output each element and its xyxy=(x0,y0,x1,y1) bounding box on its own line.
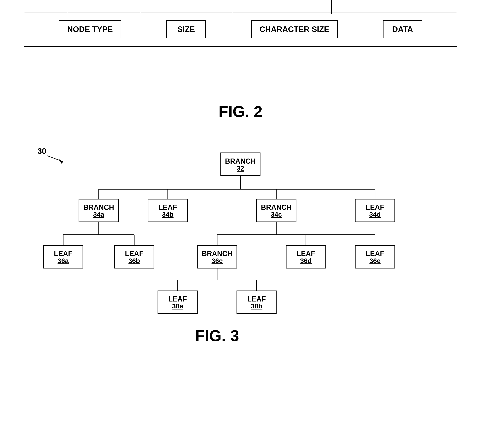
data-field: DATA xyxy=(383,20,422,38)
fig3-diagram: 30 BRANCH 32 xyxy=(0,134,481,431)
node-leaf-36b-label: LEAF xyxy=(125,250,143,258)
svg-marker-6 xyxy=(59,159,63,164)
node-branch-32-label: BRANCH xyxy=(225,157,256,165)
node-leaf-34b-label: LEAF xyxy=(158,203,177,211)
tree-svg: BRANCH 32 BRANCH 34a LEAF 34b BRANCH 34c… xyxy=(0,134,481,430)
node-leaf-36e-label: LEAF xyxy=(366,250,384,258)
node-leaf-38b-label: LEAF xyxy=(247,295,266,303)
node-leaf-34b-ref: 34b xyxy=(162,211,174,218)
node-leaf-36d-label: LEAF xyxy=(297,250,315,258)
size-field: SIZE xyxy=(166,20,206,38)
fig2-caption: FIG. 2 xyxy=(0,103,481,121)
node-leaf-36d-ref: 36d xyxy=(300,257,312,264)
node-leaf-38b-ref: 38b xyxy=(251,302,263,310)
character-size-field: CHARACTER SIZE xyxy=(251,20,338,38)
root-label-30: 30 xyxy=(36,146,79,166)
node-branch-36c-label: BRANCH xyxy=(202,250,233,258)
node-leaf-36b-ref: 36b xyxy=(128,257,140,264)
node-leaf-36e-ref: 36e xyxy=(369,257,381,264)
node-branch-36c-ref: 36c xyxy=(211,257,223,264)
node-leaf-34d-ref: 34d xyxy=(369,211,381,218)
node-leaf-38a-label: LEAF xyxy=(168,295,187,303)
node-branch-34a-label: BRANCH xyxy=(83,203,114,211)
node-branch-32-ref: 32 xyxy=(237,164,244,172)
node-leaf-38a-ref: 38a xyxy=(172,302,184,310)
fig2-outer-box: NODE TYPE SIZE CHARACTER SIZE DATA xyxy=(24,12,457,47)
fig3-caption: FIG. 3 xyxy=(195,327,239,345)
node-type-field: NODE TYPE xyxy=(59,20,121,38)
node-branch-34a-ref: 34a xyxy=(93,211,105,218)
svg-text:30: 30 xyxy=(38,147,46,155)
node-branch-34c-ref: 34c xyxy=(271,211,282,218)
node-leaf-34d-label: LEAF xyxy=(366,203,384,211)
node-leaf-36a-label: LEAF xyxy=(54,250,72,258)
node-branch-34c-label: BRANCH xyxy=(261,203,292,211)
fig2-diagram: 202 204 206 208 NODE TYPE SIZE CHARACTER… xyxy=(24,12,457,47)
node-leaf-36a-ref: 36a xyxy=(58,257,69,264)
